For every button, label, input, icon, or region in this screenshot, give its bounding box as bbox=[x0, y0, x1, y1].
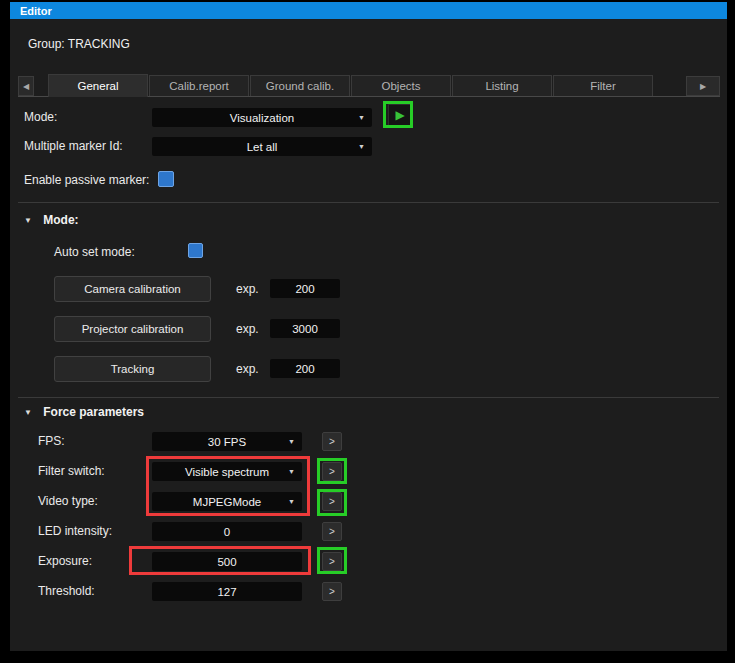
fps-dropdown-value: 30 FPS bbox=[208, 436, 246, 448]
tab-listing[interactable]: Listing bbox=[452, 75, 552, 96]
enable-passive-marker-checkbox[interactable] bbox=[158, 171, 174, 187]
play-icon: ▶ bbox=[395, 108, 404, 122]
enable-passive-marker-label: Enable passive marker: bbox=[24, 173, 149, 187]
exposure-input[interactable] bbox=[152, 552, 302, 571]
tracking-button[interactable]: Tracking bbox=[54, 356, 211, 382]
tab-filter[interactable]: Filter bbox=[553, 75, 653, 96]
camera-exp-input[interactable] bbox=[270, 279, 340, 298]
separator bbox=[18, 202, 719, 203]
separator bbox=[18, 397, 719, 398]
window-titlebar[interactable]: Editor bbox=[10, 2, 727, 19]
video-type-dropdown-value: MJPEGMode bbox=[193, 496, 261, 508]
multiple-marker-dropdown-value: Let all bbox=[247, 141, 278, 153]
tab-scroll-left-button[interactable]: ◀ bbox=[18, 76, 34, 96]
auto-set-mode-label: Auto set mode: bbox=[54, 245, 135, 259]
threshold-label: Threshold: bbox=[38, 584, 95, 598]
exp-label: exp. bbox=[236, 362, 259, 376]
tracking-exp-input[interactable] bbox=[270, 359, 340, 378]
fps-label: FPS: bbox=[38, 434, 65, 448]
exposure-label: Exposure: bbox=[38, 554, 92, 568]
force-parameters-title: Force parameters bbox=[43, 405, 144, 419]
tab-objects[interactable]: Objects bbox=[351, 75, 451, 96]
multiple-marker-label: Multiple marker Id: bbox=[24, 139, 123, 153]
editor-panel: Group: TRACKING ◀ General Calib.report G… bbox=[10, 19, 727, 651]
threshold-apply-button[interactable]: > bbox=[322, 582, 342, 601]
multiple-marker-dropdown[interactable]: Let all ▼ bbox=[152, 137, 372, 156]
auto-set-mode-checkbox[interactable] bbox=[188, 243, 203, 258]
led-intensity-apply-button[interactable]: > bbox=[322, 522, 342, 541]
run-mode-button[interactable]: ▶ bbox=[388, 104, 412, 126]
chevron-left-icon: ◀ bbox=[23, 82, 29, 91]
projector-exp-input[interactable] bbox=[270, 319, 340, 338]
collapse-arrow-icon: ▼ bbox=[24, 408, 32, 417]
chevron-down-icon: ▼ bbox=[358, 143, 365, 150]
fps-apply-button[interactable]: > bbox=[322, 432, 342, 451]
chevron-down-icon: ▼ bbox=[288, 438, 295, 445]
threshold-input[interactable] bbox=[152, 582, 302, 601]
fps-dropdown[interactable]: 30 FPS ▼ bbox=[152, 432, 302, 451]
exposure-apply-button[interactable]: > bbox=[322, 552, 342, 571]
video-type-dropdown[interactable]: MJPEGMode ▼ bbox=[152, 492, 302, 511]
filter-switch-label: Filter switch: bbox=[38, 464, 105, 478]
exp-label: exp. bbox=[236, 282, 259, 296]
filter-switch-dropdown[interactable]: Visible spectrum ▼ bbox=[152, 462, 302, 481]
filter-switch-dropdown-value: Visible spectrum bbox=[185, 466, 269, 478]
video-type-label: Video type: bbox=[38, 494, 98, 508]
led-intensity-label: LED intensity: bbox=[38, 524, 112, 538]
mode-section-title: Mode: bbox=[43, 213, 78, 227]
mode-label: Mode: bbox=[24, 110, 57, 124]
window-title: Editor bbox=[20, 5, 52, 17]
tab-bar: ◀ General Calib.report Ground calib. Obj… bbox=[18, 75, 720, 97]
collapse-arrow-icon: ▼ bbox=[24, 216, 32, 225]
chevron-down-icon: ▼ bbox=[288, 498, 295, 505]
tab-ground-calib[interactable]: Ground calib. bbox=[250, 75, 350, 96]
mode-dropdown-value: Visualization bbox=[230, 112, 294, 124]
camera-calibration-button[interactable]: Camera calibration bbox=[54, 276, 211, 302]
filter-switch-apply-button[interactable]: > bbox=[322, 462, 342, 481]
group-label: Group: TRACKING bbox=[28, 37, 130, 51]
projector-calibration-button[interactable]: Projector calibration bbox=[54, 316, 211, 342]
tab-scroll-right-button[interactable]: ▶ bbox=[686, 76, 720, 96]
chevron-right-icon: ▶ bbox=[700, 82, 706, 91]
led-intensity-input[interactable] bbox=[152, 522, 302, 541]
tab-general[interactable]: General bbox=[48, 74, 148, 97]
screen: Editor Group: TRACKING ◀ General Calib.r… bbox=[0, 0, 735, 663]
video-type-apply-button[interactable]: > bbox=[322, 492, 342, 511]
chevron-down-icon: ▼ bbox=[288, 468, 295, 475]
exp-label: exp. bbox=[236, 322, 259, 336]
mode-section-header[interactable]: ▼ Mode: bbox=[24, 213, 79, 227]
tab-calib-report[interactable]: Calib.report bbox=[149, 75, 249, 96]
mode-dropdown[interactable]: Visualization ▼ bbox=[152, 108, 372, 127]
chevron-down-icon: ▼ bbox=[358, 114, 365, 121]
force-parameters-header[interactable]: ▼ Force parameters bbox=[24, 405, 144, 419]
